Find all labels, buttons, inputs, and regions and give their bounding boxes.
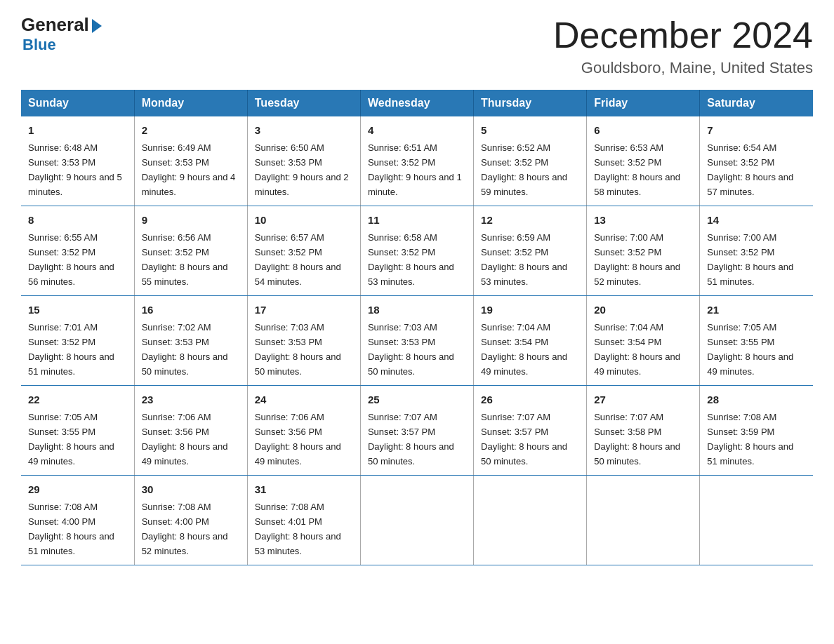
day-number: 23 [142, 391, 240, 408]
calendar-week-row: 8Sunrise: 6:55 AMSunset: 3:52 PMDaylight… [21, 206, 813, 295]
day-info: Sunrise: 6:48 AMSunset: 3:53 PMDaylight:… [28, 142, 122, 197]
calendar-cell: 29Sunrise: 7:08 AMSunset: 4:00 PMDayligh… [21, 475, 134, 565]
day-number: 2 [142, 122, 240, 138]
day-number: 10 [255, 212, 353, 228]
day-number: 16 [142, 302, 240, 318]
calendar-cell: 31Sunrise: 7:08 AMSunset: 4:01 PMDayligh… [247, 475, 360, 565]
day-info: Sunrise: 7:08 AMSunset: 3:59 PMDaylight:… [707, 412, 793, 467]
title-block: December 2024 Gouldsboro, Maine, United … [553, 14, 813, 77]
day-info: Sunrise: 7:07 AMSunset: 3:57 PMDaylight:… [481, 412, 567, 467]
logo-triangle-icon [92, 19, 102, 33]
calendar-cell: 11Sunrise: 6:58 AMSunset: 3:52 PMDayligh… [360, 206, 473, 295]
day-info: Sunrise: 7:03 AMSunset: 3:53 PMDaylight:… [255, 322, 341, 377]
day-info: Sunrise: 6:55 AMSunset: 3:52 PMDaylight:… [28, 232, 114, 287]
day-number: 15 [28, 302, 127, 318]
calendar-cell: 15Sunrise: 7:01 AMSunset: 3:52 PMDayligh… [21, 295, 134, 385]
calendar-week-row: 22Sunrise: 7:05 AMSunset: 3:55 PMDayligh… [21, 385, 813, 475]
day-info: Sunrise: 7:01 AMSunset: 3:52 PMDaylight:… [28, 322, 114, 377]
calendar-cell: 30Sunrise: 7:08 AMSunset: 4:00 PMDayligh… [134, 475, 247, 565]
calendar-cell: 23Sunrise: 7:06 AMSunset: 3:56 PMDayligh… [134, 385, 247, 475]
day-info: Sunrise: 6:59 AMSunset: 3:52 PMDaylight:… [481, 232, 567, 287]
calendar-cell: 5Sunrise: 6:52 AMSunset: 3:52 PMDaylight… [474, 116, 587, 206]
calendar-cell: 9Sunrise: 6:56 AMSunset: 3:52 PMDaylight… [134, 206, 247, 295]
day-info: Sunrise: 7:00 AMSunset: 3:52 PMDaylight:… [707, 232, 793, 287]
calendar-header-row: SundayMondayTuesdayWednesdayThursdayFrid… [21, 90, 813, 116]
day-number: 21 [707, 302, 806, 318]
logo: General Blue [21, 14, 102, 54]
calendar-cell: 18Sunrise: 7:03 AMSunset: 3:53 PMDayligh… [360, 295, 473, 385]
day-info: Sunrise: 6:51 AMSunset: 3:52 PMDaylight:… [368, 142, 462, 197]
calendar-cell: 26Sunrise: 7:07 AMSunset: 3:57 PMDayligh… [474, 385, 587, 475]
calendar-cell: 21Sunrise: 7:05 AMSunset: 3:55 PMDayligh… [700, 295, 813, 385]
day-info: Sunrise: 7:06 AMSunset: 3:56 PMDaylight:… [142, 412, 228, 467]
calendar-cell: 14Sunrise: 7:00 AMSunset: 3:52 PMDayligh… [700, 206, 813, 295]
day-number: 30 [142, 481, 240, 497]
day-info: Sunrise: 7:08 AMSunset: 4:00 PMDaylight:… [142, 502, 228, 556]
calendar-cell: 13Sunrise: 7:00 AMSunset: 3:52 PMDayligh… [587, 206, 700, 295]
day-number: 26 [481, 391, 579, 408]
location-subtitle: Gouldsboro, Maine, United States [553, 59, 813, 77]
day-number: 1 [28, 122, 127, 138]
weekday-header-sunday: Sunday [21, 90, 134, 116]
day-number: 29 [28, 481, 127, 497]
calendar-cell [474, 475, 587, 565]
weekday-header-monday: Monday [134, 90, 247, 116]
calendar-cell: 2Sunrise: 6:49 AMSunset: 3:53 PMDaylight… [134, 116, 247, 206]
day-number: 22 [28, 391, 127, 408]
day-info: Sunrise: 6:49 AMSunset: 3:53 PMDaylight:… [142, 142, 236, 197]
day-info: Sunrise: 6:50 AMSunset: 3:53 PMDaylight:… [255, 142, 349, 197]
calendar-cell: 3Sunrise: 6:50 AMSunset: 3:53 PMDaylight… [247, 116, 360, 206]
weekday-header-wednesday: Wednesday [360, 90, 473, 116]
calendar-cell: 25Sunrise: 7:07 AMSunset: 3:57 PMDayligh… [360, 385, 473, 475]
weekday-header-saturday: Saturday [700, 90, 813, 116]
weekday-header-friday: Friday [587, 90, 700, 116]
calendar-cell: 22Sunrise: 7:05 AMSunset: 3:55 PMDayligh… [21, 385, 134, 475]
calendar-cell: 7Sunrise: 6:54 AMSunset: 3:52 PMDaylight… [700, 116, 813, 206]
day-number: 4 [368, 122, 466, 138]
day-info: Sunrise: 6:52 AMSunset: 3:52 PMDaylight:… [481, 142, 567, 197]
day-number: 19 [481, 302, 579, 318]
day-number: 27 [594, 391, 692, 408]
day-number: 31 [255, 481, 353, 497]
day-info: Sunrise: 7:03 AMSunset: 3:53 PMDaylight:… [368, 322, 454, 377]
day-info: Sunrise: 7:06 AMSunset: 3:56 PMDaylight:… [255, 412, 341, 467]
day-number: 12 [481, 212, 579, 228]
calendar-cell [587, 475, 700, 565]
calendar-cell: 28Sunrise: 7:08 AMSunset: 3:59 PMDayligh… [700, 385, 813, 475]
calendar-week-row: 15Sunrise: 7:01 AMSunset: 3:52 PMDayligh… [21, 295, 813, 385]
page-header: General Blue December 2024 Gouldsboro, M… [21, 14, 813, 77]
calendar-cell: 10Sunrise: 6:57 AMSunset: 3:52 PMDayligh… [247, 206, 360, 295]
calendar-cell: 16Sunrise: 7:02 AMSunset: 3:53 PMDayligh… [134, 295, 247, 385]
calendar-cell: 6Sunrise: 6:53 AMSunset: 3:52 PMDaylight… [587, 116, 700, 206]
calendar-week-row: 29Sunrise: 7:08 AMSunset: 4:00 PMDayligh… [21, 475, 813, 565]
day-number: 20 [594, 302, 692, 318]
day-number: 25 [368, 391, 466, 408]
day-number: 24 [255, 391, 353, 408]
day-info: Sunrise: 7:08 AMSunset: 4:00 PMDaylight:… [28, 502, 114, 556]
day-info: Sunrise: 6:57 AMSunset: 3:52 PMDaylight:… [255, 232, 341, 287]
calendar-cell: 19Sunrise: 7:04 AMSunset: 3:54 PMDayligh… [474, 295, 587, 385]
day-info: Sunrise: 7:07 AMSunset: 3:57 PMDaylight:… [368, 412, 454, 467]
day-info: Sunrise: 7:07 AMSunset: 3:58 PMDaylight:… [594, 412, 680, 467]
weekday-header-tuesday: Tuesday [247, 90, 360, 116]
month-year-title: December 2024 [553, 14, 813, 56]
day-number: 17 [255, 302, 353, 318]
day-info: Sunrise: 7:02 AMSunset: 3:53 PMDaylight:… [142, 322, 228, 377]
day-number: 14 [707, 212, 806, 228]
calendar-cell: 1Sunrise: 6:48 AMSunset: 3:53 PMDaylight… [21, 116, 134, 206]
calendar-cell: 20Sunrise: 7:04 AMSunset: 3:54 PMDayligh… [587, 295, 700, 385]
day-number: 8 [28, 212, 127, 228]
day-info: Sunrise: 7:04 AMSunset: 3:54 PMDaylight:… [481, 322, 567, 377]
day-number: 6 [594, 122, 692, 138]
calendar-cell: 12Sunrise: 6:59 AMSunset: 3:52 PMDayligh… [474, 206, 587, 295]
day-number: 18 [368, 302, 466, 318]
day-number: 11 [368, 212, 466, 228]
weekday-header-thursday: Thursday [474, 90, 587, 116]
day-info: Sunrise: 7:05 AMSunset: 3:55 PMDaylight:… [28, 412, 114, 467]
day-info: Sunrise: 6:56 AMSunset: 3:52 PMDaylight:… [142, 232, 228, 287]
logo-blue-text: Blue [22, 36, 56, 54]
calendar-week-row: 1Sunrise: 6:48 AMSunset: 3:53 PMDaylight… [21, 116, 813, 206]
calendar-cell: 27Sunrise: 7:07 AMSunset: 3:58 PMDayligh… [587, 385, 700, 475]
day-info: Sunrise: 6:54 AMSunset: 3:52 PMDaylight:… [707, 142, 793, 197]
day-info: Sunrise: 6:53 AMSunset: 3:52 PMDaylight:… [594, 142, 680, 197]
